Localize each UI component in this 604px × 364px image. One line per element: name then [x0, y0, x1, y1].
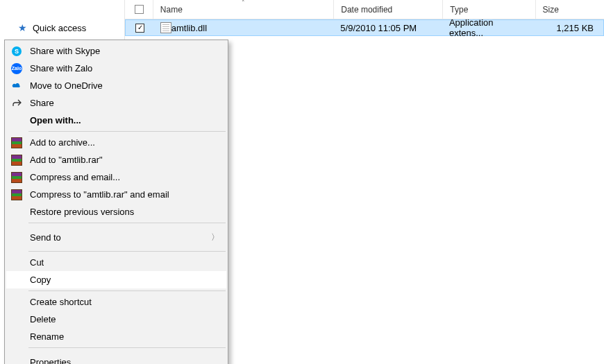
row-size-cell: 1,215 KB	[535, 20, 603, 35]
checkbox-icon	[135, 5, 144, 14]
header-size[interactable]: Size	[535, 0, 604, 19]
menu-delete-label: Delete	[30, 314, 219, 324]
menu-create-shortcut-label: Create shortcut	[30, 297, 219, 307]
skype-icon: S	[10, 45, 23, 58]
menu-copy-label: Copy	[30, 275, 219, 285]
winrar-icon	[10, 171, 23, 184]
menu-copy[interactable]: Copy	[6, 271, 226, 288]
row-date-cell: 5/9/2010 11:05 PM	[333, 20, 442, 35]
column-headers: Name ˄ Date modified Type Size	[125, 0, 604, 19]
nav-quick-access-label: Quick access	[33, 23, 86, 33]
menu-send-to-label: Send to	[30, 232, 204, 243]
menu-properties[interactable]: Properties	[6, 350, 226, 364]
row-filename: amtlib.dll	[171, 23, 207, 33]
checkbox-checked-icon: ✓	[135, 24, 144, 33]
menu-rename[interactable]: Rename	[6, 328, 226, 345]
row-size: 1,215 KB	[557, 23, 594, 33]
header-date-label: Date modified	[341, 5, 392, 15]
context-menu: S Share with Skype Zalo Share with Zalo …	[4, 40, 228, 364]
table-row[interactable]: ✓ amtlib.dll 5/9/2010 11:05 PM Applicati…	[125, 19, 604, 36]
row-type-cell: Application extens...	[442, 20, 535, 35]
menu-share[interactable]: Share	[6, 94, 226, 112]
header-checkbox-col[interactable]	[131, 0, 153, 19]
menu-restore-previous[interactable]: Restore previous versions	[6, 203, 226, 220]
svg-text:S: S	[15, 48, 19, 55]
header-type-label: Type	[450, 5, 468, 15]
menu-add-archive[interactable]: Add to archive...	[6, 134, 226, 151]
dll-file-icon	[160, 22, 171, 33]
menu-move-onedrive[interactable]: Move to OneDrive	[6, 77, 226, 94]
menu-properties-label: Properties	[30, 357, 219, 365]
header-name[interactable]: Name ˄	[153, 0, 333, 19]
blank-icon	[10, 296, 23, 309]
winrar-icon	[10, 189, 23, 201]
blank-icon	[10, 274, 23, 286]
separator	[28, 291, 226, 291]
nav-quick-access[interactable]: ★ Quick access	[0, 19, 124, 36]
menu-share-zalo[interactable]: Zalo Share with Zalo	[6, 60, 226, 77]
blank-icon	[10, 257, 23, 269]
zalo-badge: Zalo	[11, 63, 22, 74]
header-type[interactable]: Type	[442, 0, 535, 19]
menu-share-label: Share	[30, 98, 219, 108]
separator	[28, 347, 226, 348]
row-type: Application extens...	[449, 17, 528, 38]
menu-add-named-label: Add to "amtlib.rar"	[30, 155, 219, 165]
menu-compress-email-label: Compress and email...	[30, 172, 219, 182]
row-name-cell: amtlib.dll	[153, 20, 334, 35]
blank-icon	[10, 231, 23, 243]
menu-open-with[interactable]: Open with...	[6, 112, 226, 129]
winrar-icon	[10, 137, 23, 149]
menu-open-with-label: Open with...	[30, 115, 219, 125]
separator	[28, 131, 226, 132]
blank-icon	[10, 331, 23, 343]
menu-cut[interactable]: Cut	[6, 254, 226, 271]
header-name-label: Name	[160, 5, 183, 15]
menu-move-onedrive-label: Move to OneDrive	[30, 80, 219, 91]
menu-share-skype-label: Share with Skype	[30, 46, 219, 56]
star-icon: ★	[18, 22, 27, 33]
menu-share-zalo-label: Share with Zalo	[30, 63, 219, 73]
menu-delete[interactable]: Delete	[6, 311, 226, 328]
blank-icon	[10, 313, 23, 326]
menu-add-archive-label: Add to archive...	[30, 137, 219, 148]
cloud-icon	[10, 80, 23, 92]
menu-compress-named-email[interactable]: Compress to "amtlib.rar" and email	[6, 186, 226, 203]
menu-compress-named-email-label: Compress to "amtlib.rar" and email	[30, 189, 219, 200]
winrar-icon	[10, 154, 23, 166]
menu-send-to[interactable]: Send to 〉	[6, 225, 226, 249]
menu-rename-label: Rename	[30, 331, 219, 342]
row-checkbox-cell[interactable]: ✓	[131, 20, 153, 35]
header-size-label: Size	[543, 5, 559, 15]
menu-cut-label: Cut	[30, 257, 219, 268]
menu-share-skype[interactable]: S Share with Skype	[6, 42, 226, 60]
menu-add-named[interactable]: Add to "amtlib.rar"	[6, 151, 226, 168]
blank-icon	[10, 114, 23, 127]
menu-create-shortcut[interactable]: Create shortcut	[6, 293, 226, 311]
blank-icon	[10, 206, 23, 218]
zalo-icon: Zalo	[10, 62, 23, 75]
sort-asc-icon: ˄	[242, 0, 245, 6]
separator	[28, 223, 226, 223]
blank-icon	[10, 356, 23, 364]
header-date[interactable]: Date modified	[333, 0, 442, 19]
menu-compress-email[interactable]: Compress and email...	[6, 168, 226, 186]
share-icon	[10, 97, 23, 110]
chevron-right-icon: 〉	[211, 232, 219, 243]
menu-restore-previous-label: Restore previous versions	[30, 207, 219, 217]
row-date: 5/9/2010 11:05 PM	[340, 23, 417, 33]
separator	[28, 251, 226, 252]
